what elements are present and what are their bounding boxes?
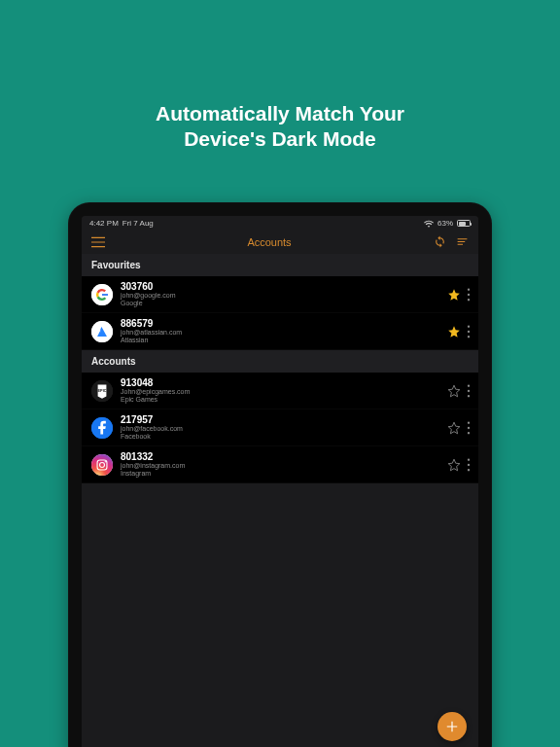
more-icon[interactable] [467, 325, 471, 338]
nav-bar: Accounts [82, 230, 478, 254]
more-icon[interactable] [467, 384, 471, 398]
star-icon[interactable] [447, 288, 461, 302]
tablet-frame: 4:42 PM Fri 7 Aug 63% Accounts [68, 202, 492, 747]
account-service: Facebook [121, 433, 439, 441]
svg-point-20 [105, 461, 106, 462]
section-header-favourites: Favourites [82, 254, 478, 276]
facebook-icon [91, 417, 113, 439]
menu-icon[interactable] [91, 236, 105, 248]
sync-icon[interactable] [434, 235, 446, 248]
promo-headline-line1: Automatically Match Your [0, 101, 560, 126]
empty-area [82, 483, 478, 747]
star-outline-icon[interactable] [447, 421, 461, 435]
wifi-icon [424, 220, 434, 228]
account-email: john@instagram.com [121, 462, 439, 470]
instagram-icon [91, 454, 113, 476]
account-service: Instagram [121, 470, 439, 478]
promo-headline-line2: Device's Dark Mode [0, 126, 560, 152]
svg-point-17 [91, 454, 113, 476]
accounts-list: EPIC 913048 John@epicgames.com Epic Game… [82, 373, 478, 483]
account-code: 303760 [121, 281, 439, 292]
svg-point-6 [468, 330, 470, 332]
svg-text:EPIC: EPIC [98, 389, 107, 393]
svg-point-15 [468, 427, 470, 429]
account-service: Epic Games [121, 396, 439, 404]
account-code: 217957 [121, 414, 439, 425]
svg-point-23 [468, 469, 470, 471]
account-email: john@atlassian.com [121, 329, 439, 337]
svg-point-11 [468, 390, 470, 392]
list-item[interactable]: 303760 john@google.com Google [82, 276, 478, 313]
epic-games-icon: EPIC [91, 380, 113, 402]
account-code: 801332 [121, 451, 439, 462]
list-item[interactable]: 886579 john@atlassian.com Atlassian [82, 313, 478, 350]
plus-icon [445, 720, 459, 733]
account-code: 886579 [121, 318, 439, 329]
google-icon [91, 284, 113, 305]
promo-headline: Automatically Match Your Device's Dark M… [0, 101, 560, 153]
star-outline-icon[interactable] [447, 458, 461, 472]
svg-point-2 [468, 293, 470, 295]
app-screen: 4:42 PM Fri 7 Aug 63% Accounts [82, 216, 478, 747]
more-icon[interactable] [467, 421, 471, 435]
svg-point-21 [468, 459, 470, 461]
list-item[interactable]: 217957 john@facebook.com Facebook [82, 409, 478, 446]
status-bar: 4:42 PM Fri 7 Aug 63% [82, 216, 478, 230]
svg-point-1 [468, 288, 470, 290]
account-service: Atlassian [121, 337, 439, 344]
status-time: 4:42 PM [89, 219, 119, 228]
svg-point-14 [468, 421, 470, 423]
page-title: Accounts [247, 236, 291, 248]
svg-point-3 [468, 299, 470, 301]
svg-point-7 [468, 336, 470, 338]
more-icon[interactable] [467, 288, 471, 302]
svg-point-16 [468, 432, 470, 434]
svg-point-22 [468, 464, 470, 466]
add-account-button[interactable] [438, 712, 467, 741]
section-header-accounts: Accounts [82, 350, 478, 373]
favourites-list: 303760 john@google.com Google [82, 276, 478, 350]
sort-icon[interactable] [456, 235, 469, 248]
status-date: Fri 7 Aug [122, 219, 154, 228]
account-email: john@google.com [121, 292, 439, 300]
list-item[interactable]: EPIC 913048 John@epicgames.com Epic Game… [82, 373, 478, 409]
account-code: 913048 [121, 377, 439, 388]
account-email: john@facebook.com [121, 425, 439, 433]
star-outline-icon[interactable] [447, 384, 461, 398]
battery-percent: 63% [438, 219, 453, 228]
star-icon[interactable] [447, 325, 461, 338]
list-item[interactable]: 801332 john@instagram.com Instagram [82, 446, 478, 483]
battery-icon [457, 220, 471, 227]
account-email: John@epicgames.com [121, 388, 439, 396]
svg-point-10 [468, 384, 470, 386]
account-service: Google [121, 300, 439, 307]
more-icon[interactable] [467, 458, 471, 472]
atlassian-icon [91, 321, 113, 342]
svg-point-5 [468, 325, 470, 327]
svg-point-12 [468, 395, 470, 397]
